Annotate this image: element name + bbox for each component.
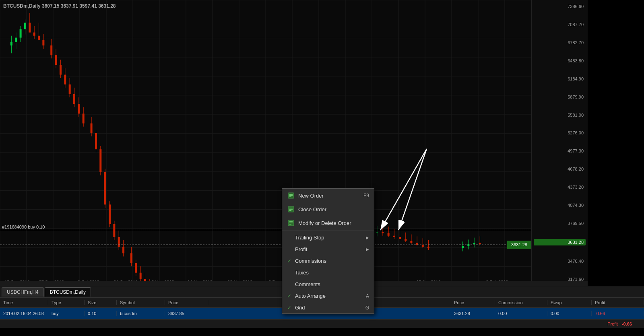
commissions-check: ✓ — [287, 258, 293, 264]
price-label-current: 3631.28 — [534, 239, 586, 245]
taxes-label: Taxes — [295, 270, 369, 276]
col-symbol: Symbol — [117, 300, 165, 305]
menu-item-profit[interactable]: Profit ▶ — [282, 243, 374, 255]
trailing-stop-arrow: ▶ — [366, 235, 369, 240]
col-time: Time — [0, 300, 48, 305]
price-label-13: 3470.40 — [534, 259, 586, 264]
grid-check: ✓ — [287, 305, 293, 311]
price-label-1: 7087.70 — [534, 22, 586, 27]
row-type: buy — [48, 311, 85, 316]
grid-shortcut: G — [365, 305, 369, 311]
status-profit-value: -0.66 — [622, 322, 636, 326]
menu-item-comments[interactable]: Comments — [282, 278, 374, 290]
tab-btcusd[interactable]: BTCUSDm,Daily — [45, 287, 91, 297]
price-label-3: 6483.80 — [534, 58, 586, 63]
comments-label: Comments — [295, 281, 369, 287]
new-order-label: New Order — [298, 193, 363, 199]
price-label-2: 6782.70 — [534, 40, 586, 45]
menu-item-modify-order[interactable]: Modify or Delete Order — [282, 216, 374, 230]
row-time: 2019.02.16 04:26:08 — [0, 311, 48, 316]
close-order-icon — [287, 205, 295, 213]
price-label-11: 4074.30 — [534, 203, 586, 208]
status-profit-label: Profit — [607, 322, 622, 326]
profit-arrow: ▶ — [366, 247, 369, 251]
grid-label: Grid — [295, 305, 365, 311]
col-swap: Swap — [547, 300, 592, 305]
col-current-price: Price — [451, 300, 495, 305]
close-order-label: Close Order — [298, 206, 369, 212]
price-label-8: 4977.30 — [534, 148, 586, 153]
col-size: Size — [85, 300, 117, 305]
row-size: 0.10 — [85, 311, 117, 316]
order-line — [0, 230, 531, 230]
profit-label: Profit — [295, 246, 366, 252]
menu-item-commissions[interactable]: ✓ Commissions — [282, 255, 374, 267]
trailing-stop-label: Trailing Stop — [295, 235, 366, 241]
price-label-12: 3769.50 — [534, 221, 586, 226]
new-order-shortcut: F9 — [363, 193, 369, 198]
price-label-5: 5879.90 — [534, 95, 586, 99]
price-label-4: 6184.90 — [534, 76, 586, 81]
auto-arrange-shortcut: A — [366, 293, 369, 299]
col-price: Price — [165, 300, 209, 305]
menu-divider-1 — [282, 231, 374, 231]
price-label-6: 5581.00 — [534, 113, 586, 117]
row-swap: 0.00 — [547, 311, 592, 316]
menu-item-grid[interactable]: ✓ Grid G — [282, 302, 374, 313]
price-label-0: 7386.60 — [534, 4, 586, 9]
modify-order-label: Modify or Delete Order — [298, 220, 369, 226]
chart-title: BTCUSDm,Daily 3607.15 3637.91 3597.41 36… — [3, 3, 116, 9]
tab-usdchf[interactable]: USDCHFm,H4 — [2, 287, 44, 297]
price-label-9: 4678.20 — [534, 167, 586, 171]
auto-arrange-check: ✓ — [287, 293, 293, 299]
row-symbol: btcusdm — [117, 311, 165, 316]
auto-arrange-label: Auto Arrange — [295, 293, 366, 299]
row-current-price: 3631.28 — [451, 311, 495, 316]
modify-order-icon — [287, 219, 295, 227]
menu-item-auto-arrange[interactable]: ✓ Auto Arrange A — [282, 290, 374, 302]
candlestick-chart — [0, 0, 531, 286]
menu-item-close-order[interactable]: Close Order — [282, 202, 374, 216]
menu-item-trailing-stop[interactable]: Trailing Stop ▶ — [282, 232, 374, 243]
context-menu: New Order F9 Close Order Modify or Delet… — [282, 188, 374, 314]
col-type: Type — [48, 300, 85, 305]
col-profit: Profit — [592, 300, 644, 305]
row-open-price: 3637.85 — [165, 311, 209, 316]
price-label-10: 4373.20 — [534, 185, 586, 190]
price-axis: 7386.60 7087.70 6782.70 6483.80 6184.90 … — [531, 0, 588, 286]
col-commission: Commission — [495, 300, 547, 305]
menu-item-taxes[interactable]: Taxes — [282, 267, 374, 278]
new-order-icon — [287, 192, 295, 200]
bottom-status-bar: Profit -0.66 — [0, 319, 644, 328]
row-profit: -0.66 — [592, 311, 644, 316]
menu-item-new-order[interactable]: New Order F9 — [282, 189, 374, 202]
order-label: #191684090 buy 0.10 — [2, 225, 45, 229]
row-commission: 0.00 — [495, 311, 547, 316]
price-label-7: 5276.00 — [534, 130, 586, 135]
commissions-label: Commissions — [295, 258, 369, 264]
